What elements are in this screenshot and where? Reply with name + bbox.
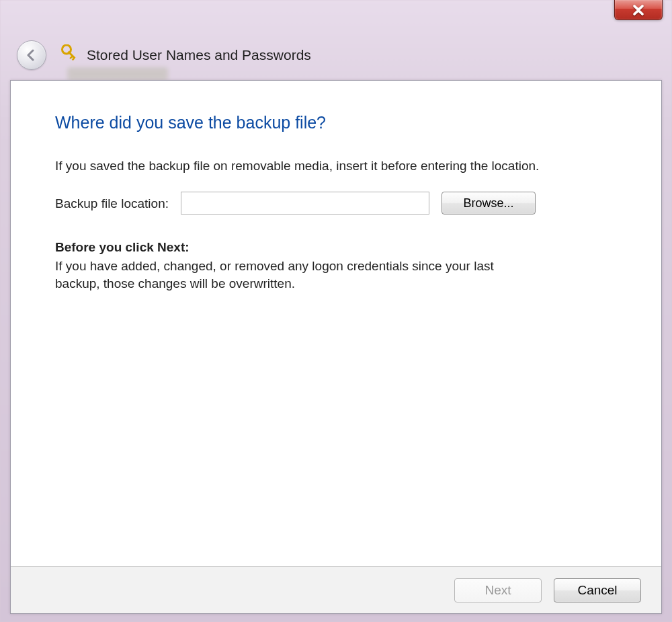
before-next-text: If you have added, changed, or removed a… (55, 258, 539, 292)
wizard-title: Stored User Names and Passwords (87, 47, 311, 63)
wizard-footer: Next Cancel (11, 566, 661, 613)
cancel-button[interactable]: Cancel (554, 578, 641, 602)
close-icon (632, 5, 645, 15)
page-heading: Where did you save the backup file? (55, 112, 617, 134)
file-location-row: Backup file location: Browse... (55, 192, 617, 215)
next-button[interactable]: Next (454, 578, 542, 602)
wizard-header: Stored User Names and Passwords (10, 30, 662, 80)
close-button[interactable] (614, 0, 663, 20)
wizard-body: Where did you save the backup file? If y… (11, 81, 661, 566)
browse-button[interactable]: Browse... (442, 192, 536, 215)
key-icon (56, 44, 77, 66)
file-location-label: Backup file location: (55, 195, 169, 212)
wizard-panel: Where did you save the backup file? If y… (10, 80, 662, 614)
file-location-input[interactable] (181, 192, 429, 215)
back-arrow-icon (24, 47, 40, 63)
instruction-text: If you saved the backup file on removabl… (55, 157, 546, 175)
before-next-heading: Before you click Next: (55, 239, 617, 256)
back-button[interactable] (17, 40, 46, 70)
